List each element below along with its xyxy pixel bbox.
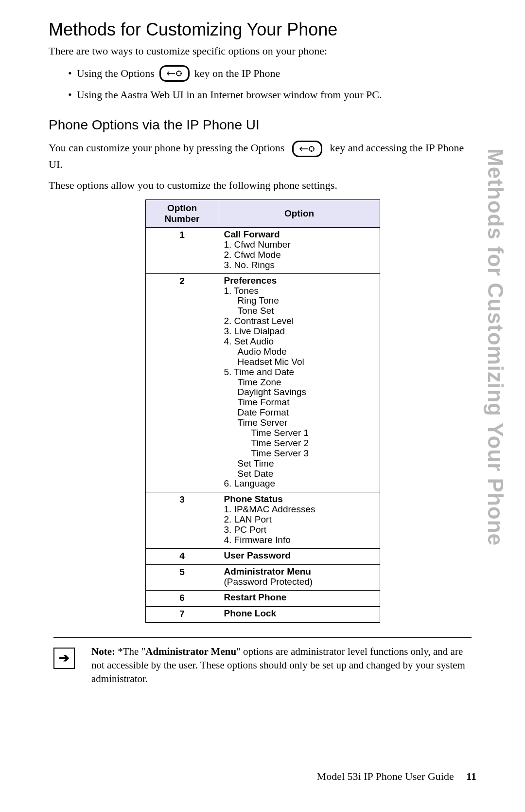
option-title: Preferences xyxy=(224,276,375,286)
table-row: 6Restart Phone xyxy=(145,590,380,606)
body-paragraph: These options allow you to customize the… xyxy=(49,178,476,193)
option-line: 3. PC Port xyxy=(224,525,375,535)
page-heading: Methods for Customizing Your Phone xyxy=(49,19,476,40)
body-paragraph: You can customize your phone by pressing… xyxy=(49,141,476,172)
option-line: 1. Tones xyxy=(224,286,375,296)
page-footer: Model 53i IP Phone User Guide 11 xyxy=(317,770,476,783)
table-row: 5Administrator Menu(Password Protected) xyxy=(145,564,380,590)
option-cell: Restart Phone xyxy=(219,590,380,606)
option-line: Time Server 1 xyxy=(251,428,375,438)
option-cell: Preferences1. TonesRing ToneTone Set2. C… xyxy=(219,273,380,492)
paragraph-text: You can customize your phone by pressing… xyxy=(49,142,284,154)
footer-title: Model 53i IP Phone User Guide xyxy=(317,770,454,782)
note-label: Note: xyxy=(91,646,118,657)
list-item: • Using the Aastra Web UI in an Internet… xyxy=(68,87,476,103)
option-line: Headset Mic Vol xyxy=(238,357,375,367)
option-line: Set Time xyxy=(238,459,375,469)
table-header-option: Option xyxy=(219,200,380,228)
option-cell: Phone Status1. IP&MAC Addresses2. LAN Po… xyxy=(219,492,380,548)
option-number-cell: 5 xyxy=(145,564,219,590)
page-number: 11 xyxy=(466,770,476,782)
table-row: 3Phone Status1. IP&MAC Addresses2. LAN P… xyxy=(145,492,380,548)
option-line: Time Server xyxy=(238,418,375,428)
option-title: Restart Phone xyxy=(224,593,375,603)
side-margin-title: Methods for Customizing Your Phone xyxy=(483,148,508,546)
option-line: Time Server 3 xyxy=(251,449,375,459)
option-line: 3. Live Dialpad xyxy=(224,326,375,337)
bullet-icon: • xyxy=(68,65,72,81)
option-line: 2. Contrast Level xyxy=(224,316,375,326)
option-title: Phone Status xyxy=(224,494,375,505)
document-page: Methods for Customizing Your Phone There… xyxy=(0,0,525,812)
note-emphasis: Administrator Menu xyxy=(145,646,236,657)
list-item-text: Using the Options xyxy=(77,65,155,81)
option-number-cell: 3 xyxy=(145,492,219,548)
option-line: 1. Cfwd Number xyxy=(224,240,375,250)
option-line: Set Date xyxy=(238,469,375,479)
option-number-cell: 6 xyxy=(145,590,219,606)
option-line: 4. Set Audio xyxy=(224,337,375,347)
option-line: (Password Protected) xyxy=(224,577,375,587)
option-line: 4. Firmware Info xyxy=(224,535,375,545)
option-cell: User Password xyxy=(219,548,380,564)
options-table: Option Number Option 1Call Forward1. Cfw… xyxy=(145,199,380,623)
table-row: 2Preferences1. TonesRing ToneTone Set2. … xyxy=(145,273,380,492)
option-cell: Phone Lock xyxy=(219,606,380,622)
option-line: Date Format xyxy=(238,408,375,418)
section-heading: Phone Options via the IP Phone UI xyxy=(49,117,476,133)
option-line: Ring Tone xyxy=(238,296,375,306)
options-key-icon xyxy=(159,65,190,82)
option-cell: Administrator Menu(Password Protected) xyxy=(219,564,380,590)
bullet-icon: • xyxy=(68,87,72,103)
option-line: Audio Mode xyxy=(238,347,375,357)
option-number-cell: 2 xyxy=(145,273,219,492)
option-line: 2. LAN Port xyxy=(224,515,375,525)
option-number-cell: 1 xyxy=(145,228,219,274)
list-item: • Using the Options key on the IP Phone xyxy=(68,65,476,82)
intro-paragraph: There are two ways to customize specific… xyxy=(49,44,476,58)
option-line: 3. No. Rings xyxy=(224,260,375,271)
option-line: 2. Cfwd Mode xyxy=(224,250,375,260)
arrow-right-icon: ➔ xyxy=(53,648,75,669)
note-body: *The " xyxy=(118,646,145,657)
table-row: 7Phone Lock xyxy=(145,606,380,622)
option-title: Administrator Menu xyxy=(224,567,375,577)
option-line: 6. Language xyxy=(224,479,375,489)
option-line: Tone Set xyxy=(238,306,375,316)
option-number-cell: 7 xyxy=(145,606,219,622)
option-line: Time Zone xyxy=(238,378,375,388)
options-key-icon xyxy=(292,141,322,157)
methods-list: • Using the Options key on the IP Phone … xyxy=(68,65,476,103)
table-header-option-number: Option Number xyxy=(145,200,219,228)
option-line: Time Server 2 xyxy=(251,438,375,449)
option-line: 1. IP&MAC Addresses xyxy=(224,505,375,515)
option-line: Time Format xyxy=(238,397,375,408)
table-row: 1Call Forward1. Cfwd Number2. Cfwd Mode3… xyxy=(145,228,380,274)
list-item-text: Using the Aastra Web UI in an Internet b… xyxy=(77,87,382,103)
option-title: User Password xyxy=(224,551,375,561)
note-text: Note: *The "Administrator Menu" options … xyxy=(91,645,472,686)
note-block: ➔ Note: *The "Administrator Menu" option… xyxy=(53,637,472,695)
option-cell: Call Forward1. Cfwd Number2. Cfwd Mode3.… xyxy=(219,228,380,274)
option-line: Daylight Savings xyxy=(238,387,375,397)
option-title: Call Forward xyxy=(224,230,375,240)
option-line: 5. Time and Date xyxy=(224,367,375,378)
option-number-cell: 4 xyxy=(145,548,219,564)
list-item-text: key on the IP Phone xyxy=(194,65,280,81)
option-title: Phone Lock xyxy=(224,609,375,619)
table-row: 4User Password xyxy=(145,548,380,564)
